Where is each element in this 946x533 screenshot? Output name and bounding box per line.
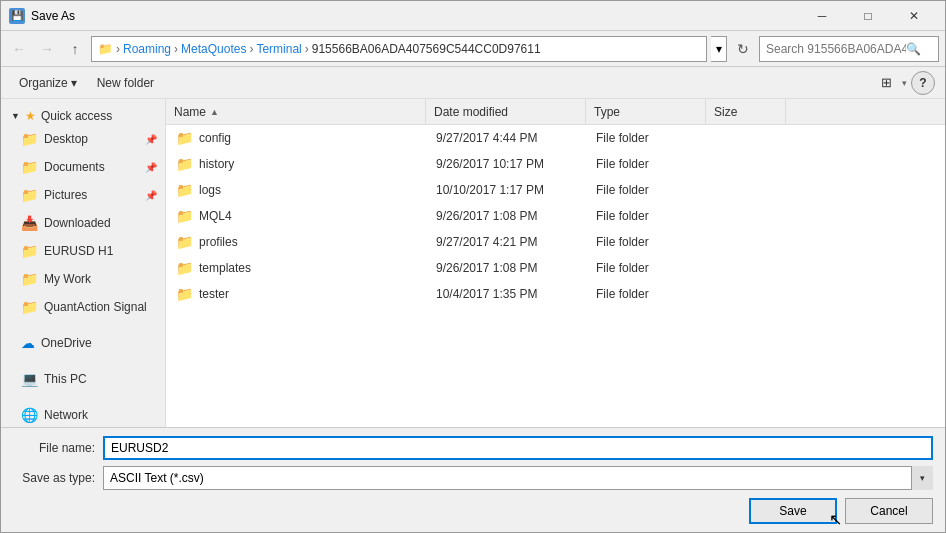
file-type-cell: File folder (588, 157, 708, 171)
col-header-type[interactable]: Type (586, 99, 706, 124)
col-date-label: Date modified (434, 105, 508, 119)
window-icon: 💾 (9, 8, 25, 24)
close-button[interactable]: ✕ (891, 1, 937, 31)
pictures-folder-icon: 📁 (21, 187, 38, 203)
file-date-cell: 10/4/2017 1:35 PM (428, 287, 588, 301)
col-header-size[interactable]: Size (706, 99, 786, 124)
cancel-label: Cancel (870, 504, 907, 518)
thispc-icon: 💻 (21, 371, 38, 387)
breadcrumb-dropdown[interactable]: ▾ (711, 36, 727, 62)
button-row: Save ↖ Cancel (13, 498, 933, 524)
cancel-button[interactable]: Cancel (845, 498, 933, 524)
savetype-select[interactable]: ASCII Text (*.csv) CSV (*.csv) All Files… (103, 466, 933, 490)
desktop-pin-icon: 📌 (145, 134, 157, 145)
downloaded-folder-icon: 📥 (21, 215, 38, 231)
folder-icon: 📁 (176, 286, 193, 302)
quick-access-header[interactable]: ▼ ★ Quick access (1, 103, 165, 125)
breadcrumb-terminal[interactable]: Terminal (256, 42, 301, 56)
file-date-cell: 9/27/2017 4:21 PM (428, 235, 588, 249)
mywork-label: My Work (44, 272, 91, 286)
help-button[interactable]: ? (911, 71, 935, 95)
breadcrumb-metaquotes[interactable]: MetaQuotes (181, 42, 246, 56)
documents-label: Documents (44, 160, 105, 174)
help-label: ? (919, 76, 926, 90)
maximize-button[interactable]: □ (845, 1, 891, 31)
sidebar-item-network[interactable]: 🌐 Network (1, 401, 165, 427)
file-type-cell: File folder (588, 235, 708, 249)
sidebar-item-eurusd[interactable]: 📁 EURUSD H1 (1, 237, 165, 265)
sidebar-item-pictures[interactable]: 📁 Pictures 📌 (1, 181, 165, 209)
sidebar-divider-1 (1, 321, 165, 329)
col-header-date[interactable]: Date modified (426, 99, 586, 124)
file-name: history (199, 157, 234, 171)
breadcrumb-current: 915566BA06ADA407569C544CC0D97611 (312, 42, 541, 56)
sidebar-item-quantaction[interactable]: 📁 QuantAction Signal (1, 293, 165, 321)
table-row[interactable]: 📁 profiles 9/27/2017 4:21 PM File folder (166, 229, 945, 255)
desktop-folder-icon: 📁 (21, 131, 38, 147)
pictures-pin-icon: 📌 (145, 190, 157, 201)
breadcrumb-roaming[interactable]: Roaming (123, 42, 171, 56)
up-button[interactable]: ↑ (63, 37, 87, 61)
documents-pin-icon: 📌 (145, 162, 157, 173)
file-name-cell: 📁 tester (168, 286, 428, 302)
toolbar: Organize ▾ New folder ⊞ ▾ ? (1, 67, 945, 99)
minimize-button[interactable]: ─ (799, 1, 845, 31)
file-list-header: Name ▲ Date modified Type Size (166, 99, 945, 125)
folder-icon: 📁 (176, 130, 193, 146)
eurusd-folder-icon: 📁 (21, 243, 38, 259)
filename-row: File name: (13, 436, 933, 460)
table-row[interactable]: 📁 history 9/26/2017 10:17 PM File folder (166, 151, 945, 177)
onedrive-label: OneDrive (41, 336, 92, 350)
network-icon: 🌐 (21, 407, 38, 423)
sidebar-item-desktop[interactable]: 📁 Desktop 📌 (1, 125, 165, 153)
sidebar-item-thispc[interactable]: 💻 This PC (1, 365, 165, 393)
folder-icon: 📁 (176, 234, 193, 250)
table-row[interactable]: 📁 logs 10/10/2017 1:17 PM File folder (166, 177, 945, 203)
network-label: Network (44, 408, 88, 422)
organize-button[interactable]: Organize ▾ (11, 71, 85, 95)
file-name: tester (199, 287, 229, 301)
sidebar-divider-3 (1, 393, 165, 401)
pictures-label: Pictures (44, 188, 87, 202)
forward-button[interactable]: → (35, 37, 59, 61)
table-row[interactable]: 📁 config 9/27/2017 4:44 PM File folder (166, 125, 945, 151)
col-size-label: Size (714, 105, 737, 119)
sidebar-item-documents[interactable]: 📁 Documents 📌 (1, 153, 165, 181)
file-name-cell: 📁 MQL4 (168, 208, 428, 224)
file-name-cell: 📁 logs (168, 182, 428, 198)
file-type-cell: File folder (588, 287, 708, 301)
desktop-label: Desktop (44, 132, 88, 146)
file-name: templates (199, 261, 251, 275)
search-input[interactable] (766, 42, 906, 56)
back-button[interactable]: ← (7, 37, 31, 61)
file-date-cell: 9/26/2017 1:08 PM (428, 261, 588, 275)
sidebar-item-mywork[interactable]: 📁 My Work (1, 265, 165, 293)
folder-icon: 📁 (176, 156, 193, 172)
file-type-cell: File folder (588, 131, 708, 145)
new-folder-label: New folder (97, 76, 154, 90)
table-row[interactable]: 📁 MQL4 9/26/2017 1:08 PM File folder (166, 203, 945, 229)
title-controls: ─ □ ✕ (799, 1, 937, 31)
file-area: Name ▲ Date modified Type Size 📁 config (166, 99, 945, 427)
folder-icon: 📁 (176, 260, 193, 276)
col-header-name[interactable]: Name ▲ (166, 99, 426, 124)
savetype-select-wrapper: ASCII Text (*.csv) CSV (*.csv) All Files… (103, 466, 933, 490)
refresh-button[interactable]: ↻ (731, 37, 755, 61)
quantaction-folder-icon: 📁 (21, 299, 38, 315)
quantaction-label: QuantAction Signal (44, 300, 147, 314)
file-list: 📁 config 9/27/2017 4:44 PM File folder 📁… (166, 125, 945, 427)
filename-input[interactable] (103, 436, 933, 460)
toolbar-right: ⊞ ▾ ? (874, 71, 935, 95)
view-button[interactable]: ⊞ (874, 71, 898, 95)
save-button[interactable]: Save ↖ (749, 498, 837, 524)
file-name: profiles (199, 235, 238, 249)
search-icon: 🔍 (906, 42, 921, 56)
sidebar-item-downloaded[interactable]: 📥 Downloaded (1, 209, 165, 237)
save-label: Save (779, 504, 806, 518)
table-row[interactable]: 📁 templates 9/26/2017 1:08 PM File folde… (166, 255, 945, 281)
new-folder-button[interactable]: New folder (89, 71, 162, 95)
quick-access-label: Quick access (41, 109, 112, 123)
table-row[interactable]: 📁 tester 10/4/2017 1:35 PM File folder (166, 281, 945, 307)
sidebar-item-onedrive[interactable]: ☁ OneDrive (1, 329, 165, 357)
filename-label: File name: (13, 441, 103, 455)
